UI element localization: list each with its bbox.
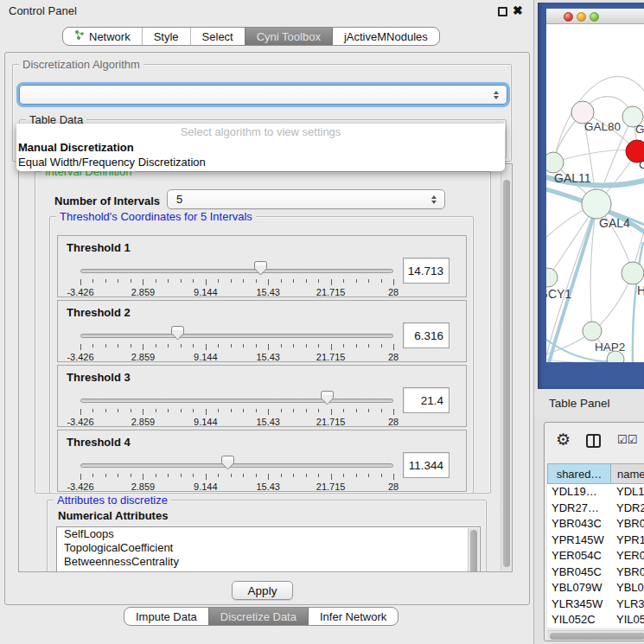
threshold-value-field[interactable]: 11.344 [403, 452, 450, 478]
attribute-list-item[interactable]: BetweennessCentrality [57, 555, 480, 569]
table-row[interactable]: YER054CYER054C [547, 548, 644, 564]
table-row[interactable]: YDL19…YDL19 [547, 484, 644, 501]
slider-track[interactable] [80, 334, 393, 338]
threshold-value-field[interactable]: 6.316 [403, 322, 450, 348]
tab-impute-data[interactable]: Impute Data [124, 608, 208, 625]
threshold-value-field[interactable]: 21.4 [403, 387, 450, 413]
threshold-label: Threshold 1 [67, 241, 131, 254]
slider-scale-labels: -3.4262.8599.14415.4321.71528 [80, 352, 393, 362]
float-window-icon[interactable] [498, 7, 507, 16]
attribute-list-scrollbar[interactable] [468, 528, 479, 572]
network-node-gal11[interactable] [546, 152, 564, 173]
network-node-label: GCY1 [546, 287, 571, 301]
threshold-panel-1: Threshold 1 -3.4262.8599.14415.4321.7152… [57, 235, 467, 297]
slider-ticks [80, 409, 393, 416]
close-traffic-light[interactable] [564, 12, 573, 22]
slider-ticks [80, 279, 393, 286]
slider-thumb-icon[interactable] [171, 326, 184, 341]
table-panel-titlebar: Table Panel [534, 389, 644, 418]
tab-jactivemnodules[interactable]: jActiveMNodules [332, 28, 439, 45]
network-node-gcy1[interactable] [546, 268, 558, 287]
screen: Control Panel ✖ Network Style Select [0, 0, 644, 644]
threshold-value-field[interactable]: 14.713 [403, 258, 450, 284]
popup-item-manual-discretization[interactable]: Manual Discretization [16, 140, 505, 155]
number-of-intervals-combobox[interactable]: 5 [167, 189, 445, 209]
threshold-slider[interactable]: -3.4262.8599.14415.4321.71528 [80, 453, 393, 493]
popup-item-equal-width-frequency[interactable]: Equal Width/Frequency Discretization [16, 155, 505, 169]
network-node-gal4[interactable] [582, 189, 611, 219]
tab-select[interactable]: Select [190, 28, 245, 45]
slider-track[interactable] [80, 399, 393, 403]
apply-button[interactable]: Apply [232, 581, 293, 600]
bottom-tab-bar: Impute Data Discretize Data Infer Networ… [124, 607, 399, 626]
column-header-name[interactable]: name [611, 463, 644, 484]
thresholds-group: Threshold's Coordinates for 5 Intervals … [49, 216, 474, 494]
algorithm-dropdown-popup: Select algorithm to view settings Manual… [16, 124, 505, 171]
threshold-panel-4: Threshold 4 -3.4262.8599.14415.4321.7152… [57, 430, 467, 492]
numerical-attributes-list: SelfLoopsTopologicalCoefficientBetweenne… [56, 526, 481, 572]
network-node-label: H [637, 284, 644, 297]
threshold-slider[interactable]: -3.4262.8599.14415.4321.71528 [80, 323, 393, 363]
threshold-slider[interactable]: -3.4262.8599.14415.4321.71528 [80, 258, 393, 298]
thresholds-container: Threshold 1 -3.4262.8599.14415.4321.7152… [57, 235, 467, 494]
table-panel-title: Table Panel [549, 397, 610, 410]
checkbox-columns-icon[interactable]: ☑☑ [617, 433, 637, 446]
network-node-hap2[interactable] [583, 322, 602, 341]
network-node-label: C [639, 158, 644, 171]
threshold-slider[interactable]: -3.4262.8599.14415.4321.71528 [80, 388, 393, 428]
minimize-traffic-light[interactable] [577, 12, 586, 22]
table-horizontal-scrollbar[interactable] [547, 630, 644, 641]
top-tab-bar: Network Style Select Cyni Toolbox jActiv… [62, 27, 440, 46]
network-window-titlebar[interactable] [546, 9, 644, 24]
network-canvas[interactable]: GAL80GACGAL11GAL4GCY1HHAP2 [546, 24, 644, 362]
numerical-attributes-label: Numerical Attributes [58, 509, 168, 522]
control-panel-titlebar: Control Panel ✖ [0, 0, 534, 22]
table-rows: YDL19…YDL19YDR27…YDR27YBR043CYBR043CYPR1… [547, 484, 644, 628]
table-row[interactable]: YIL052CYIL052C [547, 612, 644, 628]
attribute-list-item[interactable]: TopologicalCoefficient [57, 541, 480, 555]
slider-track[interactable] [80, 463, 393, 468]
network-edge[interactable] [553, 150, 635, 163]
cyni-toolbox-panel: Discretization Algorithm Table Data galF… [4, 52, 530, 605]
slider-track[interactable] [80, 269, 393, 273]
table-row[interactable]: YDR27…YDR27 [547, 501, 644, 517]
zoom-traffic-light[interactable] [590, 12, 599, 22]
threshold-panel-3: Threshold 3 -3.4262.8599.14415.4321.7152… [57, 365, 467, 427]
table-panel: ⚙ ☑☑ shared… name YDL19…YDL19YDR27…YDR27… [544, 422, 644, 641]
combo-arrows-icon [431, 195, 437, 204]
tab-discretize-data[interactable]: Discretize Data [208, 608, 308, 625]
combo-arrows-icon [494, 91, 500, 99]
split-view-icon[interactable] [586, 434, 601, 448]
interval-definition-group: Interval Definition Number of Intervals … [35, 171, 491, 494]
column-header-shared[interactable]: shared… [547, 463, 611, 484]
panel-title: Control Panel [9, 4, 77, 17]
network-edge-highlighted[interactable] [633, 242, 643, 362]
settings-vertical-scrollbar[interactable] [501, 165, 511, 571]
network-node-label: HAP2 [595, 341, 625, 354]
gear-icon[interactable]: ⚙ [556, 430, 571, 450]
group-title: Discretization Algorithm [19, 58, 143, 71]
tab-cyni-toolbox[interactable]: Cyni Toolbox [245, 28, 332, 45]
slider-thumb-icon[interactable] [321, 391, 334, 405]
table-row[interactable]: YBR043CYBR043C [547, 516, 644, 532]
tab-style[interactable]: Style [142, 28, 190, 45]
table-row[interactable]: YLR345WYLR345W [547, 596, 644, 613]
slider-scale-labels: -3.4262.8599.14415.4321.71528 [80, 481, 393, 492]
table-row[interactable]: YBL079WYBL079W [547, 580, 644, 596]
slider-thumb-icon[interactable] [221, 456, 234, 470]
threshold-panel-2: Threshold 2 -3.4262.8599.14415.4321.7152… [57, 300, 467, 362]
table-row[interactable]: YPR145WYPR145W [547, 532, 644, 549]
close-icon[interactable]: ✖ [513, 3, 523, 17]
tab-infer-network[interactable]: Infer Network [308, 608, 398, 625]
attribute-list-item[interactable]: SelfLoops [57, 527, 480, 541]
threshold-label: Threshold 3 [67, 371, 131, 384]
settings-scroll-area: Interval Definition Number of Intervals … [18, 163, 513, 572]
slider-thumb-icon[interactable] [254, 261, 267, 276]
tab-network[interactable]: Network [63, 28, 142, 45]
network-node-label: GAL11 [554, 171, 591, 185]
table-row[interactable]: YBR045CYBR045C [547, 564, 644, 581]
number-of-intervals-label: Number of Intervals [54, 194, 160, 207]
network-node-h[interactable] [622, 262, 644, 284]
tab-network-label: Network [89, 30, 131, 43]
algorithm-combobox[interactable] [19, 85, 507, 105]
